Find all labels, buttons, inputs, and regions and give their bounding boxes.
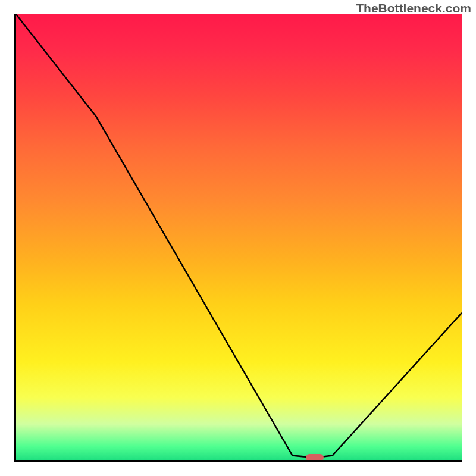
axes-frame — [14, 14, 462, 462]
chart-container: TheBottleneck.com — [0, 0, 476, 476]
watermark-text: TheBottleneck.com — [356, 1, 471, 15]
